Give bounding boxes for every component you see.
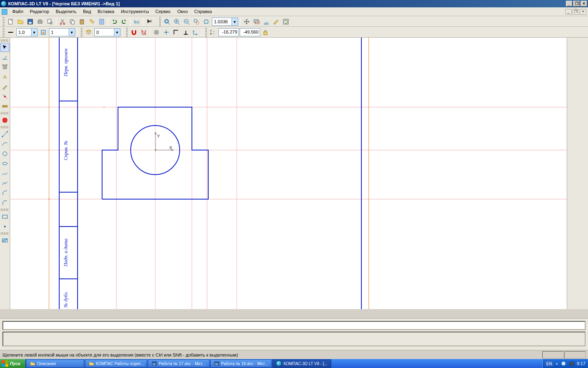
mdi-close-button[interactable]: × bbox=[580, 9, 586, 15]
toolbar-grip[interactable] bbox=[1, 39, 9, 42]
ellipse-tool[interactable] bbox=[0, 159, 9, 168]
geometry-tool[interactable] bbox=[0, 53, 9, 62]
open-button[interactable] bbox=[16, 17, 25, 26]
toolbar-grip[interactable] bbox=[1, 209, 9, 211]
zoom-fit-button[interactable] bbox=[202, 17, 211, 26]
select-tool[interactable] bbox=[0, 43, 9, 52]
tray-icon-2[interactable] bbox=[569, 361, 575, 366]
zoom-previous-button[interactable] bbox=[252, 17, 261, 26]
save-button[interactable] bbox=[26, 17, 35, 26]
spline-tool[interactable] bbox=[0, 169, 9, 178]
pan-button[interactable] bbox=[242, 17, 251, 26]
line-tool[interactable] bbox=[0, 130, 9, 139]
measure-tool[interactable] bbox=[0, 102, 9, 111]
toolbar-grip[interactable] bbox=[1, 232, 9, 235]
zoom-out-button[interactable] bbox=[182, 17, 191, 26]
variables-button[interactable]: f(x) bbox=[132, 17, 141, 26]
menu-edit[interactable]: Редактор bbox=[27, 7, 52, 16]
taskbar-item-word1[interactable]: W Работа № 17.doc - Micr... bbox=[148, 359, 209, 368]
symbols-tool[interactable] bbox=[0, 72, 9, 81]
chevron-down-icon[interactable]: ▾ bbox=[31, 29, 37, 36]
snap-button[interactable] bbox=[162, 28, 171, 37]
taskbar-item-kompas[interactable]: КОМПАС-3D LT V9 - [... bbox=[272, 359, 331, 368]
toolbar-grip[interactable] bbox=[125, 28, 128, 37]
cut-button[interactable] bbox=[58, 17, 67, 26]
language-indicator[interactable]: EN bbox=[545, 361, 553, 366]
mdi-minimize-button[interactable]: _ bbox=[565, 9, 572, 15]
print-preview-button[interactable] bbox=[45, 17, 54, 26]
command-input[interactable] bbox=[2, 321, 586, 330]
chamfer-tool[interactable] bbox=[0, 188, 9, 197]
menu-tools[interactable]: Инструменты bbox=[118, 7, 152, 16]
fillet-tool[interactable] bbox=[0, 198, 9, 207]
copy-button[interactable] bbox=[68, 17, 77, 26]
menu-file[interactable]: Файл bbox=[9, 7, 27, 16]
toolbar-grip[interactable] bbox=[205, 28, 207, 37]
minimize-button[interactable]: _ bbox=[566, 1, 572, 7]
chevron-down-icon[interactable]: ▾ bbox=[114, 29, 120, 36]
document-icon[interactable] bbox=[0, 7, 9, 16]
refresh-button[interactable] bbox=[281, 17, 290, 26]
mdi-restore-button[interactable]: ❐ bbox=[572, 9, 579, 15]
command-history[interactable] bbox=[2, 332, 586, 346]
toolbar-grip[interactable] bbox=[2, 28, 4, 37]
menu-select[interactable]: Выделить bbox=[52, 7, 80, 16]
rectangle-tool[interactable] bbox=[0, 212, 9, 221]
tray-expand-icon[interactable]: « bbox=[556, 361, 558, 366]
magnet-on-button[interactable] bbox=[129, 28, 138, 37]
paste-button[interactable] bbox=[78, 17, 87, 26]
menu-view[interactable]: Вид bbox=[80, 7, 94, 16]
zoom-all-button[interactable] bbox=[163, 17, 172, 26]
taskbar-item-folder2[interactable]: КОМПАС Работы отдел... bbox=[85, 359, 147, 368]
parametrize-tool[interactable] bbox=[0, 92, 9, 101]
polyline-tool[interactable] bbox=[0, 179, 9, 188]
zoom-window-button[interactable] bbox=[192, 17, 201, 26]
coord-y-field[interactable]: -49.560 bbox=[240, 28, 260, 36]
layer-combo[interactable]: 0 ▾ bbox=[94, 28, 120, 36]
new-button[interactable] bbox=[6, 17, 15, 26]
restore-button[interactable]: ❐ bbox=[573, 1, 580, 7]
zoom-scale-button[interactable] bbox=[262, 17, 271, 26]
toolbar-grip[interactable] bbox=[2, 17, 4, 26]
coord-x-field[interactable]: -16.279 bbox=[218, 28, 239, 36]
toolbar-grip[interactable] bbox=[158, 17, 161, 26]
view-combo[interactable]: 1 ▾ bbox=[49, 28, 75, 36]
properties-button[interactable] bbox=[97, 17, 106, 26]
drawing-canvas[interactable]: Y X Перв. примен Справ. № Подп. и дата №… bbox=[10, 38, 567, 309]
ortho-button[interactable] bbox=[172, 28, 180, 37]
style-button[interactable] bbox=[6, 28, 15, 37]
line-weight-combo[interactable]: 1.0 ▾ bbox=[16, 28, 38, 36]
whats-this-button[interactable]: ? bbox=[145, 17, 154, 26]
print-button[interactable] bbox=[36, 17, 45, 26]
close-button[interactable]: × bbox=[581, 1, 587, 7]
vertical-scrollbar[interactable] bbox=[567, 38, 573, 309]
menu-window[interactable]: Окно bbox=[174, 7, 191, 16]
circle-tool[interactable] bbox=[0, 149, 9, 158]
system-tray[interactable]: EN « 9:17 bbox=[542, 359, 588, 368]
local-cs-button[interactable] bbox=[191, 28, 200, 37]
coord-lock-button[interactable] bbox=[261, 28, 270, 37]
toolbar-grip[interactable] bbox=[80, 28, 82, 37]
taskbar-item-folder1[interactable]: Описания bbox=[26, 359, 84, 368]
dimensions-tool[interactable] bbox=[0, 63, 9, 72]
hatch-tool[interactable] bbox=[0, 236, 9, 245]
chevron-down-icon[interactable]: ▾ bbox=[69, 29, 75, 36]
state-lock-button[interactable] bbox=[39, 28, 48, 37]
toolbar-grip[interactable] bbox=[1, 126, 9, 128]
point-tool[interactable] bbox=[0, 222, 9, 231]
tray-clock[interactable]: 9:17 bbox=[577, 361, 586, 366]
menu-service[interactable]: Сервис bbox=[152, 7, 174, 16]
undo-button[interactable] bbox=[110, 17, 119, 26]
perpendicular-button[interactable] bbox=[181, 28, 190, 37]
arc-tool[interactable] bbox=[0, 139, 9, 148]
grid-button[interactable] bbox=[152, 28, 161, 37]
zoom-in-button[interactable] bbox=[172, 17, 181, 26]
format-painter-button[interactable] bbox=[87, 17, 96, 26]
toolbar-grip[interactable] bbox=[1, 112, 9, 114]
menu-help[interactable]: Справка bbox=[191, 7, 215, 16]
edit-tool[interactable] bbox=[0, 82, 9, 91]
magnet-off-button[interactable] bbox=[139, 28, 148, 37]
stop-button[interactable] bbox=[0, 116, 9, 125]
chevron-down-icon[interactable]: ▾ bbox=[232, 18, 238, 25]
layer-button[interactable] bbox=[84, 28, 93, 37]
